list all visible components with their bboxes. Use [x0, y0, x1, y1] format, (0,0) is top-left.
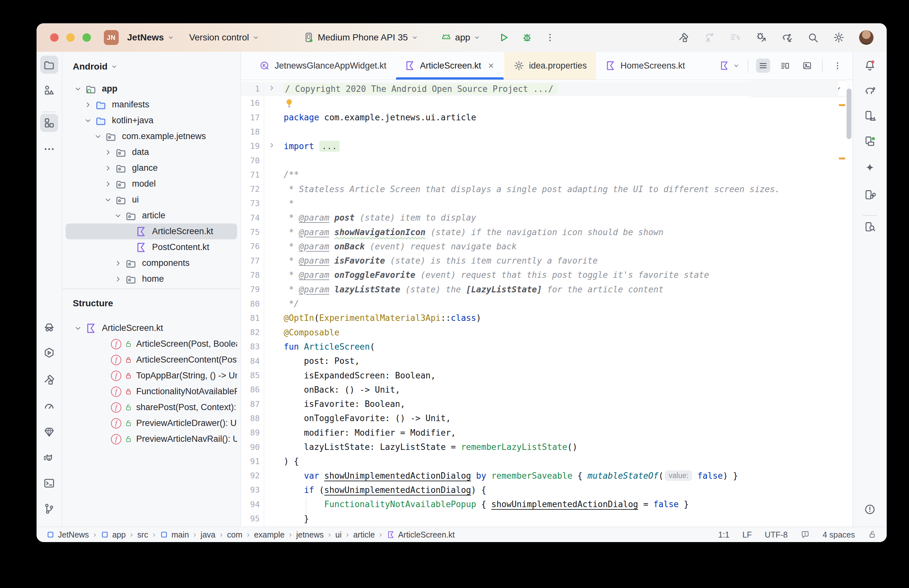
run-configuration-selector[interactable]: app [437, 29, 484, 46]
close-tab-icon[interactable] [487, 61, 495, 70]
editor-view-mode-preview[interactable] [800, 58, 814, 73]
breadcrumb-item-article[interactable]: article [353, 530, 375, 540]
tool-resource-manager-button[interactable] [40, 81, 58, 99]
chevron-down-icon[interactable] [81, 116, 95, 125]
tree-item-kotlin+java[interactable]: kotlin+java [66, 113, 237, 128]
tool-structure-button[interactable] [40, 114, 58, 132]
tree-item-components[interactable]: components [66, 255, 237, 271]
tree-item-ui[interactable]: ui [66, 192, 237, 208]
tab-HomeScreens.kt[interactable]: HomeScreens.kt [596, 52, 694, 79]
structure-item[interactable]: fPreviewArticleDrawer(): Unit [66, 415, 237, 431]
breadcrumb-item-ui[interactable]: ui [335, 530, 341, 540]
chevron-right-icon[interactable] [101, 164, 115, 172]
run-button[interactable] [498, 32, 510, 44]
tab-idea.properties[interactable]: idea.properties [504, 52, 596, 79]
breadcrumb-item-src[interactable]: src [137, 530, 148, 540]
breadcrumb-item-java[interactable]: java [200, 530, 215, 540]
chevron-right-icon[interactable] [81, 100, 95, 109]
breadcrumb-item-JetNews[interactable]: JetNews [46, 530, 89, 540]
file-encoding[interactable]: UTF-8 [765, 530, 788, 540]
vcs-menu[interactable]: Version control [186, 30, 263, 45]
tool-more-tool-windows-button[interactable] [40, 140, 58, 158]
editor-view-mode-split[interactable] [778, 58, 792, 73]
breadcrumb-item-ArticleScreen.kt[interactable]: ArticleScreen.kt [387, 530, 455, 540]
tool-device-pairing-button[interactable] [861, 186, 879, 204]
tree-item-glance[interactable]: glance [66, 160, 237, 176]
structure-item[interactable]: fPreviewArticleNavRail(): Unit [66, 431, 237, 447]
editor-view-mode-code[interactable] [756, 58, 770, 73]
gradle-sync-icon[interactable] [781, 32, 793, 44]
chevron-right-icon[interactable] [111, 275, 125, 283]
chevron-right-icon[interactable] [101, 148, 115, 157]
zoom-window-button[interactable] [82, 33, 91, 42]
build-hammer-icon[interactable] [678, 32, 689, 44]
tool-app-inspection-button[interactable] [40, 318, 58, 336]
fold-arrow-icon[interactable] [264, 141, 279, 151]
chevron-down-icon[interactable] [71, 85, 85, 93]
tree-item-data[interactable]: data [66, 144, 237, 160]
profiler-list-icon[interactable] [730, 32, 741, 44]
tool-running-devices-button[interactable] [861, 132, 879, 150]
unlock-icon[interactable] [868, 530, 877, 539]
rerun-inspection-icon[interactable] [704, 32, 715, 44]
chevron-right-icon[interactable] [111, 259, 125, 268]
tree-item-model[interactable]: model [66, 176, 237, 192]
settings-gear-icon[interactable] [833, 32, 844, 44]
tool-gemini-button[interactable] [861, 159, 879, 177]
caret-position[interactable]: 1:1 [718, 530, 730, 540]
breadcrumb-item-app[interactable]: app [101, 530, 126, 540]
breadcrumb-item-com[interactable]: com [227, 530, 242, 540]
device-selector[interactable]: Medium Phone API 35 [300, 29, 421, 46]
tool-project-folder-button[interactable] [40, 56, 58, 74]
project-menu[interactable]: JetNews [124, 30, 178, 45]
tool-notifications-button[interactable] [861, 57, 879, 75]
fold-arrow-icon[interactable] [264, 84, 279, 94]
chevron-down-icon[interactable] [91, 132, 105, 141]
structure-root[interactable]: ArticleScreen.kt [66, 320, 237, 336]
tool-problems-button[interactable] [861, 500, 879, 519]
structure-item[interactable]: fArticleScreenContent(Post, () [66, 352, 237, 368]
inspection-highlight-icon[interactable] [801, 530, 810, 539]
debug-button[interactable] [522, 32, 533, 44]
tree-item-home[interactable]: home [66, 271, 237, 287]
chevron-down-icon[interactable] [101, 195, 115, 204]
minimize-window-button[interactable] [66, 33, 75, 42]
tool-gradle-button[interactable] [861, 81, 879, 99]
more-actions-kebab-icon[interactable] [545, 32, 556, 43]
tool-device-explorer-button[interactable] [861, 218, 879, 236]
tool-profiler-button[interactable] [40, 397, 58, 415]
structure-item[interactable]: fsharePost(Post, Context): Un [66, 399, 237, 415]
breadcrumb-item-main[interactable]: main [160, 530, 189, 540]
indent-setting[interactable]: 4 spaces [823, 530, 855, 540]
tool-logcat-button[interactable] [40, 449, 58, 467]
editor-options-kebab[interactable] [830, 58, 844, 73]
structure-item[interactable]: fArticleScreen(Post, Boolean, [66, 336, 237, 352]
code-editor[interactable]: 2 3 1/ Copyright 2020 The Android Open S… [241, 80, 852, 527]
tab-JetnewsGlanceAppWidget.kt[interactable]: JetnewsGlanceAppWidget.kt [250, 52, 395, 79]
breadcrumb-item-jetnews[interactable]: jetnews [296, 530, 324, 540]
attach-debugger-icon[interactable] [756, 32, 767, 44]
tree-item-manifests[interactable]: manifests [66, 97, 237, 113]
breadcrumb-item-example[interactable]: example [254, 530, 285, 540]
tree-item-com.example.jetnews[interactable]: com.example.jetnews [66, 128, 237, 144]
intention-bulb-icon[interactable] [284, 98, 295, 109]
line-separator[interactable]: LF [743, 530, 752, 540]
close-window-button[interactable] [50, 33, 58, 42]
user-avatar[interactable] [859, 30, 874, 45]
tree-item-ArticleScreen.kt[interactable]: ArticleScreen.kt [66, 223, 237, 239]
structure-item[interactable]: fTopAppBar(String, () -> Unit, [66, 368, 237, 384]
tab-ArticleScreen.kt[interactable]: ArticleScreen.kt [395, 52, 504, 79]
warning-stripe-mark[interactable] [839, 104, 845, 106]
warning-stripe-mark[interactable] [839, 158, 845, 160]
tree-item-PostContent.kt[interactable]: PostContent.kt [66, 239, 237, 255]
chevron-down-icon[interactable] [111, 212, 125, 220]
chevron-down-icon[interactable] [71, 324, 85, 333]
project-view-selector[interactable]: Android [63, 58, 241, 76]
hidden-tabs-dropdown[interactable] [719, 60, 740, 71]
search-everywhere-icon[interactable] [807, 32, 819, 44]
tool-terminal-button[interactable] [40, 474, 58, 492]
structure-item[interactable]: fFunctionalityNotAvailablePop [66, 384, 237, 399]
tool-services-button[interactable] [40, 344, 58, 362]
tree-item-app[interactable]: app [66, 81, 237, 97]
chevron-right-icon[interactable] [101, 180, 115, 188]
